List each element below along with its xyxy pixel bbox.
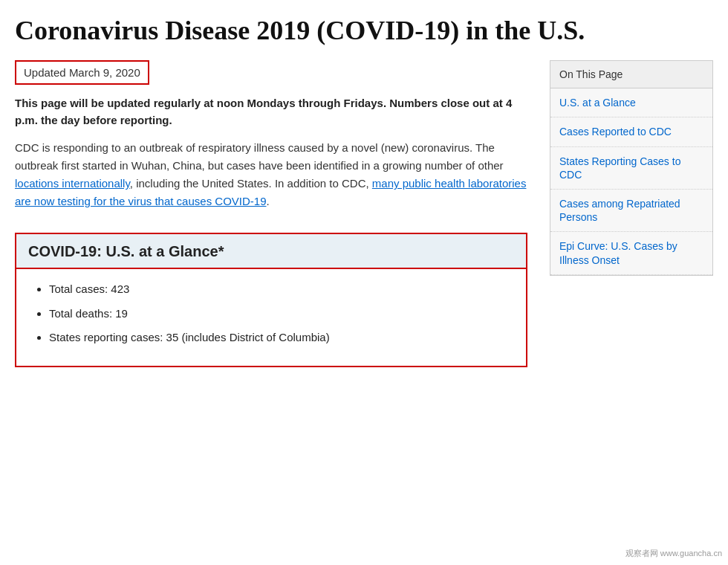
sidebar-item-glance[interactable]: U.S. at a Glance bbox=[550, 88, 712, 117]
glance-stat-cases: Total cases: 423 bbox=[49, 281, 514, 298]
page-title: Coronavirus Disease 2019 (COVID-19) in t… bbox=[15, 15, 713, 47]
sidebar-link-cases[interactable]: Cases Reported to CDC bbox=[550, 117, 712, 146]
glance-section: COVID-19: U.S. at a Glance* Total cases:… bbox=[15, 233, 527, 367]
glance-header: COVID-19: U.S. at a Glance* bbox=[16, 234, 526, 269]
intro-bold-text: This page will be updated regularly at n… bbox=[15, 95, 527, 129]
intro-text-3: . bbox=[267, 195, 270, 207]
sidebar-item-states[interactable]: States Reporting Cases to CDC bbox=[550, 147, 712, 190]
sidebar-item-cases[interactable]: Cases Reported to CDC bbox=[550, 117, 712, 146]
sidebar-links: U.S. at a Glance Cases Reported to CDC S… bbox=[550, 88, 712, 275]
sidebar-link-states[interactable]: States Reporting Cases to CDC bbox=[550, 147, 712, 189]
sidebar-title: On This Page bbox=[550, 61, 712, 88]
glance-stat-deaths: Total deaths: 19 bbox=[49, 306, 514, 323]
glance-title: COVID-19: U.S. at a Glance* bbox=[28, 243, 514, 260]
intro-paragraph: CDC is responding to an outbreak of resp… bbox=[15, 139, 527, 210]
updated-date-box: Updated March 9, 2020 bbox=[15, 60, 149, 85]
intro-text-1: CDC is responding to an outbreak of resp… bbox=[15, 141, 504, 172]
locations-internationally-link[interactable]: locations internationally bbox=[15, 177, 130, 190]
sidebar-link-glance[interactable]: U.S. at a Glance bbox=[550, 88, 712, 117]
glance-body: Total cases: 423 Total deaths: 19 States… bbox=[16, 269, 526, 366]
intro-text-2: , including the United States. In additi… bbox=[130, 177, 372, 190]
sidebar-item-epi[interactable]: Epi Curve: U.S. Cases by Illness Onset bbox=[550, 232, 712, 274]
main-content: Updated March 9, 2020 This page will be … bbox=[15, 60, 527, 367]
glance-list: Total cases: 423 Total deaths: 19 States… bbox=[34, 281, 514, 346]
sidebar: On This Page U.S. at a Glance Cases Repo… bbox=[550, 60, 713, 276]
sidebar-link-epi[interactable]: Epi Curve: U.S. Cases by Illness Onset bbox=[550, 232, 712, 274]
sidebar-link-repatriated[interactable]: Cases among Repatriated Persons bbox=[550, 190, 712, 231]
glance-stat-states: States reporting cases: 35 (includes Dis… bbox=[49, 329, 514, 346]
sidebar-item-repatriated[interactable]: Cases among Repatriated Persons bbox=[550, 190, 712, 232]
watermark: 观察者网 www.guancha.cn bbox=[625, 548, 722, 559]
